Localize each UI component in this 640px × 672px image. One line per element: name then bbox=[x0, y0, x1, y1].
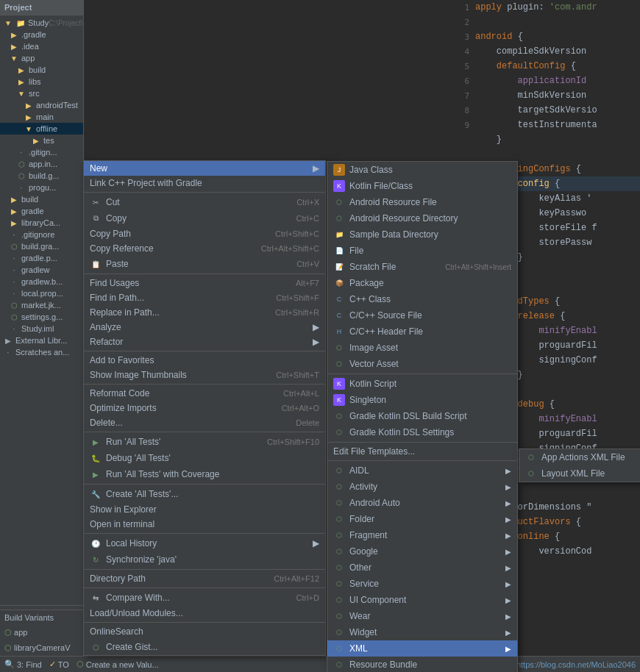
submenu-image-asset[interactable]: ⬡ Image Asset bbox=[327, 340, 517, 356]
submenu-cpp-header[interactable]: H C/C++ Header File bbox=[327, 324, 517, 340]
menu-item-compare-with[interactable]: ⇆ Compare With... Ctrl+D bbox=[84, 590, 325, 606]
submenu-sample-data-dir[interactable]: 📁 Sample Data Directory bbox=[327, 226, 517, 243]
tree-item-app[interactable]: ▼ app bbox=[0, 52, 83, 64]
app-label[interactable]: ⬡ app bbox=[0, 625, 84, 640]
file-icon-marketjk: ⬡ bbox=[9, 300, 19, 310]
tree-item-buildgra[interactable]: ⬡ build.gra... bbox=[0, 240, 83, 252]
tree-item-gradlep[interactable]: · gradle.p... bbox=[0, 252, 83, 264]
tree-item-buildg[interactable]: ⬡ build.g... bbox=[0, 170, 83, 182]
tree-item-appini[interactable]: ⬡ app.in... bbox=[0, 158, 83, 170]
tree-item-gitignore[interactable]: · .gitign... bbox=[0, 146, 83, 158]
tree-item-libraryca[interactable]: ▶ libraryCa... bbox=[0, 217, 83, 229]
submenu-android-auto[interactable]: ⬡ Android Auto ▶ bbox=[327, 495, 517, 511]
library-label[interactable]: ⬡ libraryCameraV bbox=[0, 640, 84, 656]
tree-item-tes[interactable]: ▶ tes bbox=[0, 135, 83, 146]
sub-submenu-layout-xml[interactable]: ⬡ Layout XML File bbox=[519, 465, 640, 482]
tree-item-gitignore2[interactable]: · .gitignore bbox=[0, 229, 83, 240]
tree-item-build2[interactable]: ▶ build bbox=[0, 193, 83, 205]
copy-icon: ⧉ bbox=[90, 212, 102, 224]
submenu-google[interactable]: ⬡ Google ▶ bbox=[327, 543, 517, 560]
menu-item-delete[interactable]: Delete... Delete bbox=[84, 415, 325, 430]
menu-item-find-in-path[interactable]: Find in Path... Ctrl+Shift+F bbox=[84, 290, 325, 305]
tree-item-gradlewb[interactable]: · gradlew.b... bbox=[0, 276, 83, 287]
menu-item-create-tests[interactable]: 🔧 Create 'All Tests'... bbox=[84, 486, 325, 502]
menu-item-show-image[interactable]: Show Image Thumbnails Ctrl+Shift+T bbox=[84, 368, 325, 382]
menu-item-run-tests[interactable]: ▶ Run 'All Tests' Ctrl+Shift+F10 bbox=[84, 434, 325, 450]
submenu-aidl[interactable]: ⬡ AIDL ▶ bbox=[327, 462, 517, 479]
submenu-wear[interactable]: ⬡ Wear ▶ bbox=[327, 608, 517, 624]
menu-item-analyze[interactable]: Analyze ▶ bbox=[84, 320, 325, 335]
submenu-android-resource-file[interactable]: ⬡ Android Resource File bbox=[327, 194, 517, 210]
submenu-folder[interactable]: ⬡ Folder ▶ bbox=[327, 511, 517, 527]
tree-item-study[interactable]: ▼ 📁 Study C:\Project\Study bbox=[0, 17, 83, 29]
tree-item-studyiml[interactable]: · Study.iml bbox=[0, 323, 83, 335]
menu-item-add-favorites[interactable]: Add to Favorites bbox=[84, 353, 325, 368]
tree-item-src[interactable]: ▼ src bbox=[0, 87, 83, 99]
submenu-gradle-dsl-build[interactable]: ⬡ Gradle Kotlin DSL Build Script bbox=[327, 408, 517, 424]
menu-item-cut[interactable]: ✂ Cut Ctrl+X bbox=[84, 194, 325, 210]
submenu-singleton[interactable]: K Singleton bbox=[327, 392, 517, 408]
menu-item-create-gist[interactable]: ⬡ Create Gist... bbox=[84, 639, 325, 655]
menu-item-refactor[interactable]: Refactor ▶ bbox=[84, 335, 325, 349]
menu-item-copy-path[interactable]: Copy Path Ctrl+Shift+C bbox=[84, 226, 325, 241]
tree-item-gradlew[interactable]: · gradlew bbox=[0, 264, 83, 276]
tree-item-androidtest[interactable]: ▶ androidTest bbox=[0, 99, 83, 111]
menu-item-online-search[interactable]: OnlineSearch bbox=[84, 624, 325, 639]
tree-item-scratches[interactable]: · Scratches an... bbox=[0, 346, 83, 358]
menu-item-copy-ref[interactable]: Copy Reference Ctrl+Alt+Shift+C bbox=[84, 241, 325, 256]
tree-item-external[interactable]: ▶ External Libr... bbox=[0, 335, 83, 346]
menu-item-find-usages[interactable]: Find Usages Alt+F7 bbox=[84, 276, 325, 290]
submenu-vector-asset[interactable]: ⬡ Vector Asset bbox=[327, 356, 517, 372]
tree-item-libs[interactable]: ▶ libs bbox=[0, 76, 83, 87]
submenu-ui-component[interactable]: ⬡ UI Component ▶ bbox=[327, 592, 517, 608]
submenu-resource-bundle[interactable]: ⬡ Resource Bundle bbox=[327, 657, 517, 672]
tree-item-gradle[interactable]: ▶ .gradle bbox=[0, 29, 83, 40]
menu-item-synchronize[interactable]: ↻ Synchronize 'java' bbox=[84, 551, 325, 568]
menu-item-debug-tests[interactable]: 🐛 Debug 'All Tests' bbox=[84, 450, 325, 466]
menu-item-open-terminal[interactable]: Open in terminal bbox=[84, 517, 325, 532]
menu-item-directory-path[interactable]: Directory Path Ctrl+Alt+F12 bbox=[84, 571, 325, 586]
menu-item-paste[interactable]: 📋 Paste Ctrl+V bbox=[84, 256, 325, 272]
submenu-xml[interactable]: ⬡ XML ▶ bbox=[327, 640, 517, 657]
menu-item-reformat[interactable]: Reformat Code Ctrl+Alt+L bbox=[84, 386, 325, 401]
tree-item-localprop[interactable]: · local.prop... bbox=[0, 287, 83, 299]
tree-item-build[interactable]: ▶ build bbox=[0, 64, 83, 76]
bottom-create[interactable]: ⬡ Create a new Valu... bbox=[77, 660, 159, 669]
submenu-cpp-source[interactable]: C C/C++ Source File bbox=[327, 307, 517, 324]
submenu-edit-templates[interactable]: Edit File Templates... bbox=[327, 444, 517, 459]
submenu-activity[interactable]: ⬡ Activity ▶ bbox=[327, 479, 517, 495]
menu-item-copy[interactable]: ⧉ Copy Ctrl+C bbox=[84, 210, 325, 226]
bottom-find[interactable]: 🔍 3: Find bbox=[4, 660, 42, 669]
submenu-kotlin-file[interactable]: K Kotlin File/Class bbox=[327, 178, 517, 194]
submenu-cpp-class[interactable]: C C++ Class bbox=[327, 291, 517, 307]
tree-item-offline[interactable]: ▼ offline bbox=[0, 123, 83, 135]
sub-submenu-app-actions[interactable]: ⬡ App Actions XML File bbox=[519, 449, 640, 465]
tree-item-settingsg[interactable]: ⬡ settings.g... bbox=[0, 311, 83, 323]
submenu-kotlin-script[interactable]: K Kotlin Script bbox=[327, 376, 517, 392]
tree-item-gradle2[interactable]: ▶ gradle bbox=[0, 205, 83, 217]
submenu-fragment[interactable]: ⬡ Fragment ▶ bbox=[327, 527, 517, 543]
tree-item-marketjk[interactable]: ⬡ market.jk... bbox=[0, 299, 83, 311]
menu-item-local-history[interactable]: 🕐 Local History ▶ bbox=[84, 535, 325, 551]
submenu-android-resource-dir[interactable]: ⬡ Android Resource Directory bbox=[327, 210, 517, 226]
submenu-widget[interactable]: ⬡ Widget ▶ bbox=[327, 624, 517, 640]
bottom-todo[interactable]: ✓ TO bbox=[49, 660, 69, 669]
menu-item-load-unload[interactable]: Load/Unload Modules... bbox=[84, 606, 325, 621]
submenu-scratch-file[interactable]: 📝 Scratch File Ctrl+Alt+Shift+Insert bbox=[327, 259, 517, 275]
menu-item-optimize[interactable]: Optimize Imports Ctrl+Alt+O bbox=[84, 401, 325, 415]
sidebar-build-variants[interactable]: Build Variants ⬡ app ⬡ libraryCameraV bbox=[0, 610, 84, 656]
submenu-gradle-dsl-settings[interactable]: ⬡ Gradle Kotlin DSL Settings bbox=[327, 424, 517, 440]
menu-item-replace-in-path[interactable]: Replace in Path... Ctrl+Shift+R bbox=[84, 305, 325, 320]
submenu-package[interactable]: 📦 Package bbox=[327, 275, 517, 291]
submenu-other[interactable]: ⬡ Other ▶ bbox=[327, 560, 517, 576]
menu-item-new[interactable]: New ▶ bbox=[84, 161, 325, 176]
tree-item-idea[interactable]: ▶ .idea bbox=[0, 40, 83, 52]
menu-item-link-cpp[interactable]: Link C++ Project with Gradle bbox=[84, 176, 325, 190]
submenu-java-class[interactable]: J Java Class bbox=[327, 162, 517, 178]
submenu-file[interactable]: 📄 File bbox=[327, 243, 517, 259]
menu-item-show-explorer[interactable]: Show in Explorer bbox=[84, 502, 325, 517]
submenu-service[interactable]: ⬡ Service ▶ bbox=[327, 576, 517, 592]
tree-item-progu[interactable]: · progu... bbox=[0, 182, 83, 193]
menu-item-run-coverage[interactable]: ▶ Run 'All Tests' with Coverage bbox=[84, 466, 325, 482]
tree-item-main[interactable]: ▶ main bbox=[0, 111, 83, 123]
